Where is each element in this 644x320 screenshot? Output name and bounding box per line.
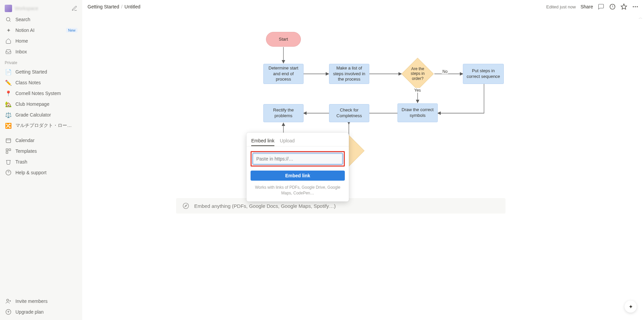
workspace-name: Workspace [15, 6, 69, 11]
breadcrumb-parent[interactable]: Getting Started [88, 4, 119, 9]
page-content: Start Determine start and end of process… [82, 13, 644, 320]
embed-url-input[interactable] [253, 153, 343, 165]
sidebar-inbox-label: Inbox [15, 49, 77, 54]
inbox-icon [5, 48, 12, 55]
page-label: Club Homepage [15, 101, 77, 107]
templates-icon [5, 147, 12, 155]
sidebar-ai-label: Notion AI [15, 28, 63, 33]
compose-icon[interactable] [71, 5, 77, 11]
embed-help-text: Works with links of PDFs, Google Drive, … [251, 185, 345, 196]
flow-determine[interactable]: Determine start and end of process [263, 64, 304, 84]
search-icon [5, 16, 12, 23]
svg-point-27 [183, 203, 189, 209]
page-cornell[interactable]: 📍 Cornell Notes System [1, 88, 81, 99]
tab-upload[interactable]: Upload [280, 137, 294, 146]
page-getting-started[interactable]: 📄 Getting Started [1, 66, 81, 77]
sidebar-calendar[interactable]: Calendar [1, 135, 81, 146]
page-club[interactable]: 🏡 Club Homepage [1, 99, 81, 109]
embed-placeholder: Embed anything (PDFs, Google Docs, Googl… [194, 203, 336, 209]
page-icon: 📄 [5, 68, 12, 76]
svg-rect-5 [9, 149, 11, 150]
svg-point-9 [7, 299, 9, 301]
workspace-avatar [5, 5, 12, 12]
compass-icon [182, 202, 190, 210]
page-label: Grade Calculator [15, 112, 77, 118]
flow-make-list[interactable]: Make a list of steps involved in the pro… [329, 64, 369, 84]
invite-icon [5, 298, 12, 305]
page-label: Getting Started [15, 69, 77, 75]
sidebar-search[interactable]: Search [1, 14, 81, 25]
page-icon: ✏️ [5, 79, 12, 86]
highlight-annotation [251, 151, 345, 167]
svg-rect-2 [6, 139, 11, 143]
sidebar-upgrade[interactable]: Upgrade plan [1, 307, 81, 317]
svg-point-15 [633, 6, 634, 7]
breadcrumb-current[interactable]: Untitled [124, 4, 140, 9]
edge-label-no: No [442, 69, 448, 74]
svg-line-1 [9, 20, 10, 21]
page-grade[interactable]: ⚖️ Grade Calculator [1, 109, 81, 120]
page-icon: 📍 [5, 90, 12, 97]
embed-link-button[interactable]: Embed link [251, 171, 345, 181]
flow-start[interactable]: Start [266, 32, 301, 47]
page-label: マルチプロダクト・ロー… [15, 123, 77, 129]
flow-rectify[interactable]: Rectify the problems [263, 104, 304, 122]
page-icon: 🏡 [5, 100, 12, 108]
svg-point-17 [637, 6, 638, 7]
svg-point-0 [6, 17, 10, 21]
history-icon[interactable] [609, 3, 616, 10]
breadcrumb-sep: / [121, 4, 122, 9]
sidebar-search-label: Search [15, 17, 77, 22]
page-label: Cornell Notes System [15, 91, 77, 96]
trash-icon [5, 158, 12, 166]
comments-icon[interactable] [598, 3, 604, 10]
workspace-switcher[interactable]: Workspace [1, 3, 81, 14]
embed-popup: Embed link Upload Embed link Works with … [247, 133, 349, 201]
star-icon[interactable] [621, 3, 627, 10]
more-icon[interactable] [632, 3, 639, 10]
upgrade-icon [5, 308, 12, 316]
topbar: Getting Started / Untitled Edited just n… [82, 0, 644, 13]
section-private: Private [1, 57, 81, 66]
calendar-icon [5, 137, 12, 144]
sidebar-trash[interactable]: Trash [1, 156, 81, 167]
sidebar-help[interactable]: Help & support [1, 167, 81, 178]
sparkle-icon: ✦ [5, 27, 12, 34]
flow-draw-symbols[interactable]: Draw the correct symbols [397, 103, 438, 122]
page-icon: 🔀 [5, 122, 12, 129]
breadcrumb: Getting Started / Untitled [88, 4, 141, 9]
page-label: Class Notes [15, 80, 77, 85]
sidebar-home-label: Home [15, 38, 77, 44]
flow-check-complete[interactable]: Check for Completness [329, 104, 369, 122]
svg-rect-6 [6, 152, 8, 153]
main: Getting Started / Untitled Edited just n… [82, 0, 644, 320]
sidebar-invite[interactable]: Invite members [1, 296, 81, 307]
sidebar-templates[interactable]: Templates [1, 146, 81, 156]
sidebar-inbox[interactable]: Inbox [1, 46, 81, 57]
sidebar-trash-label: Trash [15, 159, 77, 165]
home-icon [5, 37, 12, 45]
page-class-notes[interactable]: ✏️ Class Notes [1, 77, 81, 88]
edge-label-yes: Yes [414, 88, 422, 93]
tab-embed-link[interactable]: Embed link [251, 137, 274, 146]
share-button[interactable]: Share [581, 4, 593, 9]
svg-marker-28 [185, 205, 187, 207]
sidebar-templates-label: Templates [15, 148, 77, 154]
flow-correct-seq[interactable]: Put steps in correct sequence [463, 64, 504, 84]
sidebar-invite-label: Invite members [15, 299, 77, 304]
new-badge: New [66, 28, 77, 33]
sidebar-help-label: Help & support [15, 170, 77, 175]
sidebar-upgrade-label: Upgrade plan [15, 309, 77, 315]
sparkle-icon: ✦ [629, 304, 633, 310]
ai-fab[interactable]: ✦ [625, 301, 637, 313]
svg-marker-14 [621, 4, 627, 9]
page-icon: ⚖️ [5, 111, 12, 119]
svg-rect-4 [6, 149, 8, 150]
help-icon [5, 169, 12, 176]
svg-point-16 [635, 6, 636, 7]
page-multi[interactable]: 🔀 マルチプロダクト・ロー… [1, 120, 81, 131]
sidebar-home[interactable]: Home [1, 36, 81, 46]
sidebar-notion-ai[interactable]: ✦ Notion AI New [1, 25, 81, 36]
sidebar-calendar-label: Calendar [15, 138, 77, 143]
sidebar: Workspace Search ✦ Notion AI New Home In… [0, 0, 82, 320]
